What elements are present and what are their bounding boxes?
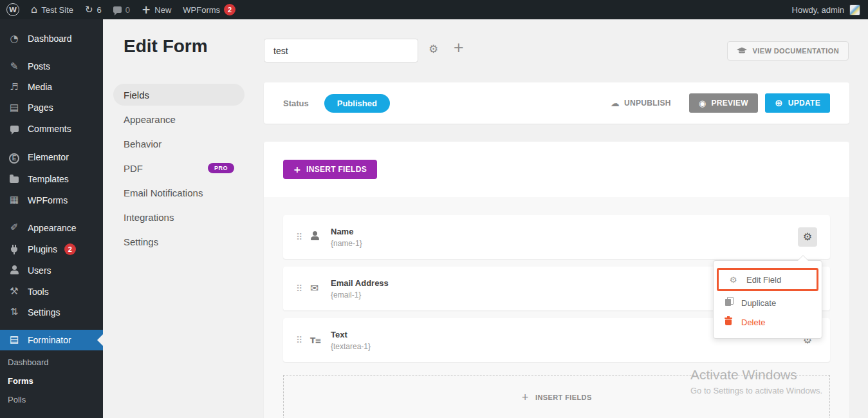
site-name-link[interactable]: ⌂ Test Site [31,5,73,15]
updates-link[interactable]: ↻ 6 [85,5,102,15]
sidebar-item-label: Templates [28,174,69,184]
menu-item-edit-field[interactable]: ⚙ Edit Field [719,270,817,289]
admin-bar: W ⌂ Test Site ↻ 6 0 + New WPForms 2 Howd… [0,0,868,19]
page-title: Edit Form [124,36,208,57]
drag-handle-icon[interactable]: ⠿ [296,336,310,345]
sidebar-item-settings[interactable]: ⇅ Settings [0,302,103,323]
click-highlight-annotation: ⚙ Edit Field [717,268,818,291]
drag-handle-icon[interactable]: ⠿ [296,284,310,293]
tab-label: Fields [124,90,149,100]
insert-fields-bottom-label: INSERT FIELDS [535,394,592,401]
submenu-item-polls[interactable]: Polls [0,390,103,409]
pages-icon: ▤ [8,103,21,113]
appearance-brush-icon: ✐ [8,223,21,233]
sidebar-item-wpforms[interactable]: ▦ WPForms [0,190,103,211]
submenu-item-dashboard[interactable]: Dashboard [0,353,103,372]
pro-badge: PRO [208,163,234,173]
name-field-icon [310,231,319,240]
field-options-gear-button[interactable]: ⚙ [798,227,817,247]
posts-icon: ✎ [8,62,21,71]
drag-handle-icon[interactable]: ⠿ [296,233,310,242]
sidebar-item-media[interactable]: ♬ Media [0,77,103,97]
tab-settings[interactable]: Settings [113,231,245,252]
builder-toolbar: + INSERT FIELDS [264,142,849,197]
field-label: Text [331,330,371,339]
field-tag: {email-1} [331,290,389,299]
eye-icon: ◉ [699,99,706,108]
tab-fields[interactable]: Fields [113,84,245,106]
wpforms-badge: 2 [224,4,235,15]
wordpress-logo-icon[interactable]: W [6,3,19,16]
field-label: Email Address [331,278,389,288]
tab-integrations[interactable]: Integrations [113,206,245,228]
howdy-admin-link[interactable]: Howdy, admin [792,5,844,15]
sidebar-item-posts[interactable]: ✎ Posts [0,56,103,77]
unpublish-label: UNPUBLISH [624,99,671,108]
tab-behavior[interactable]: Behavior [113,133,245,155]
sidebar-item-label: Media [28,82,52,92]
home-icon: ⌂ [31,5,37,15]
comments-icon [10,126,19,132]
comments-count: 0 [125,5,130,15]
sidebar-item-label: Comments [28,124,71,134]
tab-email-notifications[interactable]: Email Notifications [113,182,245,204]
tab-label: Integrations [124,212,174,223]
sidebar-item-plugins[interactable]: Plugins 2 [0,238,103,260]
sidebar-item-forminator[interactable]: ▤ Forminator [0,330,103,350]
graduation-cap-icon [737,47,747,55]
tab-pdf[interactable]: PDF PRO [113,157,245,179]
tab-appearance[interactable]: Appearance [113,108,245,130]
status-panel: Status Published ☁ UNPUBLISH ◉ PREVIEW ⊕… [264,82,849,124]
tab-label: Appearance [124,114,176,125]
sidebar-item-dashboard[interactable]: ◔ Dashboard [0,28,103,49]
view-documentation-label: VIEW DOCUMENTATION [752,47,839,55]
sidebar-item-elementor[interactable]: E Elementor [0,146,103,169]
menu-item-delete[interactable]: Delete [714,312,822,332]
form-tabs: Fields Appearance Behavior PDF PRO Email… [113,84,245,255]
sidebar-item-label: WPForms [28,195,68,205]
form-name-input[interactable] [264,39,418,62]
site-name-label: Test Site [41,5,73,15]
update-label: UPDATE [788,99,820,108]
sidebar-item-label: Pages [28,102,53,113]
sidebar-item-label: Plugins [28,244,57,254]
tab-label: Email Notifications [124,187,203,198]
preview-button[interactable]: ◉ PREVIEW [689,93,758,113]
field-options-menu: ⚙ Edit Field Duplicate Delete [713,260,822,339]
unpublish-button[interactable]: ☁ UNPUBLISH [611,99,671,108]
sidebar-item-label: Appearance [28,223,77,233]
view-documentation-button[interactable]: VIEW DOCUMENTATION [727,41,849,61]
field-tag: {name-1} [331,239,362,248]
menu-item-label: Edit Field [746,275,781,285]
new-menu[interactable]: + New [142,5,171,15]
submenu-item-forms[interactable]: Forms [0,372,103,390]
plus-icon: + [142,5,151,15]
add-form-plus-icon[interactable]: + [453,41,465,55]
sidebar-item-pages[interactable]: ▤ Pages [0,97,103,118]
sidebar-item-comments[interactable]: Comments [0,118,103,139]
wpforms-label: WPForms [183,5,220,15]
email-field-icon: ✉ [310,283,331,294]
update-button[interactable]: ⊕ UPDATE [765,93,830,113]
users-icon [10,265,19,274]
sidebar-item-users[interactable]: Users [0,260,103,281]
preview-label: PREVIEW [711,99,748,108]
cloud-icon: ☁ [611,99,620,108]
elementor-icon: E [9,153,19,164]
sidebar-item-label: Users [28,265,51,276]
sidebar-item-tools[interactable]: ⚒ Tools [0,281,103,302]
insert-fields-button[interactable]: + INSERT FIELDS [283,160,377,179]
sidebar-item-templates[interactable]: Templates [0,169,103,190]
form-settings-gear-icon[interactable]: ⚙ [429,44,438,55]
menu-item-label: Delete [741,318,766,327]
comments-link[interactable]: 0 [113,5,130,15]
tools-wrench-icon: ⚒ [8,287,21,296]
insert-fields-dropzone[interactable]: + INSERT FIELDS [283,375,830,418]
field-label: Name [331,227,362,236]
sidebar-item-appearance[interactable]: ✐ Appearance [0,218,103,238]
field-tag: {textarea-1} [331,342,371,351]
media-icon: ♬ [8,82,21,92]
admin-sidebar: ◔ Dashboard ✎ Posts ♬ Media ▤ Pages Comm… [0,19,103,418]
menu-item-duplicate[interactable]: Duplicate [714,293,822,312]
wpforms-menu[interactable]: WPForms 2 [183,4,235,15]
